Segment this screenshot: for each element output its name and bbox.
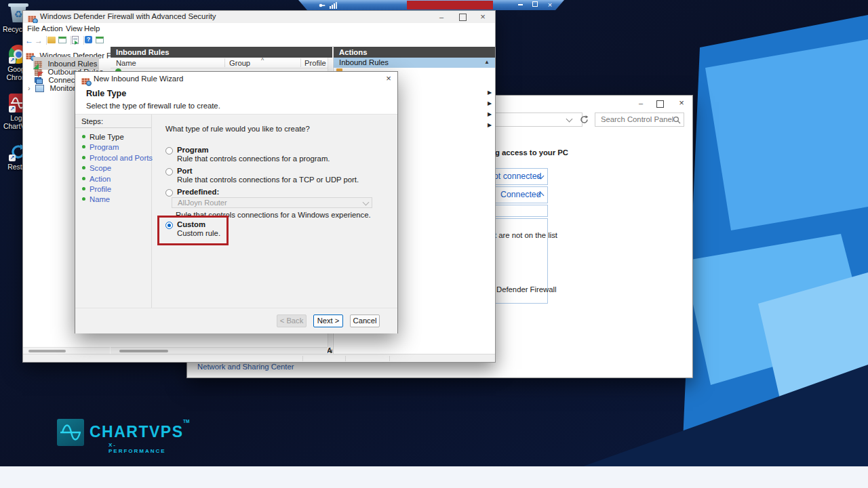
- cp-refresh-button[interactable]: [579, 115, 590, 125]
- fw-maximize-button[interactable]: [459, 14, 467, 21]
- cp-maximize-button[interactable]: [656, 100, 664, 108]
- rdp-close-button[interactable]: ×: [544, 1, 556, 9]
- submenu-arrow-icon[interactable]: ▶: [488, 122, 492, 128]
- search-icon: [673, 116, 681, 124]
- radio-program[interactable]: [165, 147, 173, 155]
- pin-icon[interactable]: [319, 2, 326, 9]
- statusbar-divider: [302, 356, 303, 361]
- help-icon[interactable]: ?: [85, 36, 92, 43]
- column-divider[interactable]: [300, 58, 301, 67]
- cp-network-sharing-link[interactable]: Network and Sharing Center: [197, 363, 294, 371]
- submenu-arrow-icon[interactable]: ▶: [488, 111, 492, 117]
- export-list-icon[interactable]: [72, 36, 79, 44]
- window-panel-icon[interactable]: [58, 37, 66, 43]
- taskbar: Search ^ ENG US 1: [0, 466, 868, 488]
- step-bullet-icon: [82, 187, 85, 190]
- step-bullet-icon: [82, 135, 85, 138]
- back-button[interactable]: < Back: [277, 314, 307, 327]
- wizard-step-scope[interactable]: Scope: [75, 162, 151, 172]
- scrollbar-thumb[interactable]: [28, 350, 66, 352]
- cp-search-box[interactable]: Search Control Panel: [595, 113, 684, 127]
- list-hscrollbar[interactable]: [111, 347, 328, 354]
- forward-icon[interactable]: →: [35, 36, 43, 45]
- wizard-step-rule-type[interactable]: Rule Type: [75, 131, 151, 141]
- radio-predefined[interactable]: [165, 189, 173, 197]
- column-profile[interactable]: Profile: [304, 59, 326, 67]
- menu-view[interactable]: View: [66, 24, 82, 33]
- sort-indicator-icon: ^: [261, 57, 264, 64]
- option-program-label: Program: [177, 146, 208, 154]
- shortcut-arrow-icon: ↗: [9, 57, 16, 64]
- menu-action[interactable]: Action: [41, 24, 63, 33]
- annotation-custom-highlight: [157, 216, 229, 245]
- column-divider[interactable]: [224, 58, 225, 67]
- wizard-step-profile[interactable]: Profile: [75, 183, 151, 193]
- fw-toolbar: ← → ?: [23, 35, 495, 47]
- option-port-desc: Rule that controls connections for a TCP…: [177, 176, 359, 184]
- expander-icon[interactable]: ›: [28, 84, 31, 92]
- console-tree-icon[interactable]: [47, 37, 56, 43]
- cp-defender-firewall-fragment: Defender Firewall: [496, 285, 557, 293]
- fw-titlebar: Windows Defender Firewall with Advanced …: [23, 11, 495, 23]
- wizard-step-protocol-ports[interactable]: Protocol and Ports: [75, 152, 151, 162]
- chartvps-logo-tagline: X-PERFORMANCE: [108, 442, 166, 454]
- combobox-chevron-icon: [363, 199, 370, 206]
- wizard-step-name[interactable]: Name: [75, 193, 151, 203]
- radio-port[interactable]: [165, 168, 173, 176]
- submenu-arrow-icon[interactable]: ▶: [488, 100, 492, 106]
- steps-label: Steps:: [75, 115, 151, 128]
- rdp-minimize-button[interactable]: [514, 1, 526, 9]
- cp-minimize-button[interactable]: –: [632, 98, 650, 108]
- scrollbar-thumb[interactable]: [119, 350, 168, 352]
- toolbar-separator: [83, 36, 84, 45]
- statusbar-divider: [345, 356, 346, 361]
- wizard-close-button[interactable]: ×: [382, 73, 395, 84]
- cell-rule-profile: All: [327, 346, 332, 354]
- wizard-title: New Inbound Rule Wizard: [94, 75, 183, 83]
- wizard-step-program[interactable]: Program: [75, 141, 151, 151]
- address-dropdown-chevron-icon[interactable]: [566, 116, 573, 123]
- submenu-arrow-icon[interactable]: ▶: [488, 89, 492, 96]
- firewall-app-icon: [28, 16, 36, 22]
- wizard-titlebar: New Inbound Rule Wizard ×: [75, 72, 397, 85]
- cp-not-connected-label: ot connected: [494, 171, 541, 181]
- step-bullet-icon: [82, 145, 85, 148]
- cp-not-on-list-fragment: t are not on the list: [494, 231, 557, 239]
- chartvps-logo-text: CHARTVPS: [90, 423, 184, 441]
- cp-close-button[interactable]: ×: [673, 98, 690, 108]
- fw-minimize-button[interactable]: –: [433, 12, 450, 22]
- actions-panel-header: Actions: [334, 47, 495, 58]
- fw-close-button[interactable]: ×: [474, 12, 492, 22]
- chartvps-logo-icon: [57, 419, 84, 446]
- wizard-steps-pane: Steps: Rule Type Program Protocol and Po…: [75, 115, 152, 308]
- tree-hscrollbar[interactable]: [23, 347, 110, 354]
- new-inbound-rule-wizard: New Inbound Rule Wizard × Rule Type Sele…: [75, 71, 398, 333]
- fw-statusbar: [23, 354, 495, 362]
- cp-heading-fragment: g access to your PC: [495, 148, 568, 157]
- toolbar-separator: [71, 36, 71, 45]
- statusbar-divider: [389, 356, 390, 361]
- actions-selected-item[interactable]: Inbound Rules ▲: [334, 58, 495, 68]
- back-icon[interactable]: ←: [25, 36, 33, 45]
- list-column-headers: Name Group ^ Profile: [111, 58, 331, 68]
- column-group[interactable]: Group: [229, 59, 250, 67]
- menu-help[interactable]: Help: [84, 24, 100, 33]
- fw-menubar: File Action View Help: [23, 23, 495, 35]
- predefined-combobox[interactable]: AllJoyn Router: [172, 197, 372, 208]
- cancel-button[interactable]: Cancel: [350, 314, 380, 327]
- collapse-icon[interactable]: ▲: [484, 59, 490, 65]
- step-bullet-icon: [82, 156, 85, 159]
- wizard-app-icon: [81, 78, 90, 85]
- wizard-step-action[interactable]: Action: [75, 173, 151, 183]
- rdp-restore-button[interactable]: [529, 1, 541, 9]
- wizard-buttonbar: < Back Next > Cancel: [75, 308, 397, 333]
- show-action-pane-icon[interactable]: [96, 37, 104, 43]
- column-name[interactable]: Name: [116, 59, 136, 67]
- next-button[interactable]: Next >: [313, 314, 343, 327]
- cp-search-placeholder: Search Control Panel: [601, 115, 673, 123]
- menu-file[interactable]: File: [27, 24, 39, 33]
- combobox-value: AllJoyn Router: [178, 199, 227, 207]
- step-bullet-icon: [82, 166, 85, 169]
- cp-connected-label: Connected: [500, 190, 540, 199]
- rdp-bar-redaction: [407, 1, 493, 9]
